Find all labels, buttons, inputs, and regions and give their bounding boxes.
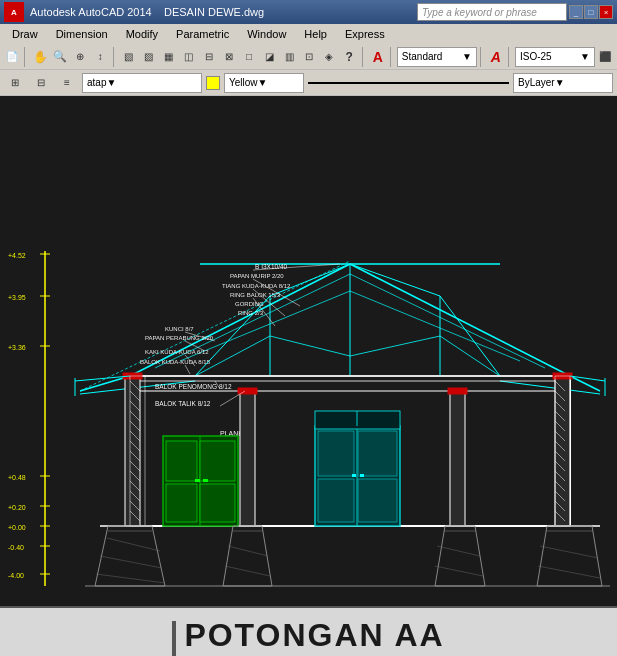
close-button[interactable]: × xyxy=(599,5,613,19)
svg-text:+3.95: +3.95 xyxy=(8,294,26,301)
title-bar-accent xyxy=(172,621,176,656)
layer-bar: ⊞ ⊟ ≡ atap ▼ Yellow ▼ ByLayer ▼ xyxy=(0,70,617,96)
sep2 xyxy=(113,47,117,67)
tb-icon-6[interactable]: ⊠ xyxy=(219,46,238,68)
style-value: Standard xyxy=(402,51,443,62)
tb-icon-4[interactable]: ◫ xyxy=(179,46,198,68)
window-controls: _ □ × xyxy=(569,5,613,19)
menu-parametric[interactable]: Parametric xyxy=(168,26,237,42)
tb-icon-1[interactable]: ▧ xyxy=(119,46,138,68)
svg-rect-100 xyxy=(358,431,397,476)
title-bar: A Autodesk AutoCAD 2014 DESAIN DEWE.dwg … xyxy=(0,0,617,24)
svg-text:RING 2/3: RING 2/3 xyxy=(238,310,264,316)
pan-button[interactable]: ✋ xyxy=(31,46,50,68)
svg-rect-0 xyxy=(0,96,617,606)
svg-text:+3.36: +3.36 xyxy=(8,344,26,351)
linetype-arrow: ▼ xyxy=(555,77,565,88)
svg-rect-98 xyxy=(318,431,354,476)
tb-icon-7[interactable]: □ xyxy=(239,46,258,68)
svg-rect-99 xyxy=(318,479,354,522)
menu-draw[interactable]: Draw xyxy=(4,26,46,42)
svg-text:-4.00: -4.00 xyxy=(8,572,24,579)
help-btn[interactable]: ? xyxy=(340,46,359,68)
svg-text:BALOK TALIK 8/12: BALOK TALIK 8/12 xyxy=(155,400,211,407)
sep5 xyxy=(480,47,484,67)
svg-rect-95 xyxy=(203,479,208,482)
keyword-search[interactable]: Type a keyword or phrase xyxy=(417,3,567,21)
svg-rect-91 xyxy=(166,484,197,522)
svg-rect-55 xyxy=(448,388,467,394)
color-arrow: ▼ xyxy=(258,77,268,88)
svg-text:BALOK KUDA-KUDA 8/15: BALOK KUDA-KUDA 8/15 xyxy=(140,359,211,365)
linetype-bar: ByLayer ▼ xyxy=(308,73,613,93)
title-block: POTONGAN AA SKALA 1 : 100 xyxy=(0,606,617,656)
minimize-button[interactable]: _ xyxy=(569,5,583,19)
menu-dimension[interactable]: Dimension xyxy=(48,26,116,42)
zoom-window-button[interactable]: ⊕ xyxy=(71,46,90,68)
text-icon[interactable]: A xyxy=(486,46,505,68)
svg-rect-105 xyxy=(360,474,364,477)
svg-text:+4.52: +4.52 xyxy=(8,252,26,259)
svg-rect-92 xyxy=(200,441,235,481)
new-button[interactable]: 📄 xyxy=(2,46,21,68)
tb-icon-3[interactable]: ▦ xyxy=(159,46,178,68)
tb-icon-end[interactable]: ⬛ xyxy=(596,46,615,68)
sep4 xyxy=(390,47,394,67)
svg-rect-104 xyxy=(352,474,356,477)
svg-text:PAPAN PERABUNG 2/20: PAPAN PERABUNG 2/20 xyxy=(145,335,214,341)
size-dropdown-arrow: ▼ xyxy=(580,51,590,62)
svg-text:KAKI KUDA-KUDA 6/12: KAKI KUDA-KUDA 6/12 xyxy=(145,349,209,355)
svg-text:RING BALOK 15/3: RING BALOK 15/3 xyxy=(230,292,281,298)
layer-list-btn[interactable]: ≡ xyxy=(56,72,78,94)
app-title: Autodesk AutoCAD 2014 DESAIN DEWE.dwg xyxy=(30,6,264,18)
svg-text:-0.40: -0.40 xyxy=(8,544,24,551)
tb-icon-8[interactable]: ◪ xyxy=(260,46,279,68)
layer-arrow: ▼ xyxy=(106,77,116,88)
linetype-value: ByLayer xyxy=(518,77,555,88)
zoom-button[interactable]: 🔍 xyxy=(51,46,70,68)
tb-icon-11[interactable]: ◈ xyxy=(320,46,339,68)
tb-icon-10[interactable]: ⊡ xyxy=(300,46,319,68)
layer-dropdown[interactable]: atap ▼ xyxy=(82,73,202,93)
cad-drawing: +4.52 +3.95 +3.36 +0.48 +0.20 +0.00 -0.4… xyxy=(0,96,617,606)
svg-text:+0.48: +0.48 xyxy=(8,474,26,481)
svg-text:KUNCI 8/7: KUNCI 8/7 xyxy=(165,326,194,332)
tb-icon-2[interactable]: ▨ xyxy=(139,46,158,68)
svg-text:TIANG KUDA-KUDA 8/12: TIANG KUDA-KUDA 8/12 xyxy=(222,283,291,289)
sep3 xyxy=(362,47,366,67)
title-row: POTONGAN AA SKALA 1 : 100 xyxy=(172,618,444,656)
menu-window[interactable]: Window xyxy=(239,26,294,42)
menu-help[interactable]: Help xyxy=(296,26,335,42)
layer-icon[interactable]: ⊞ xyxy=(4,72,26,94)
drawing-area[interactable]: +4.52 +3.95 +3.36 +0.48 +0.20 +0.00 -0.4… xyxy=(0,96,617,606)
style-dropdown[interactable]: Standard ▼ xyxy=(397,47,477,67)
line-preview xyxy=(308,82,509,84)
svg-text:BALOK PENOMONG 8/12: BALOK PENOMONG 8/12 xyxy=(155,383,232,390)
layer-settings-btn[interactable]: ⊟ xyxy=(30,72,52,94)
color-dropdown[interactable]: Yellow ▼ xyxy=(224,73,304,93)
size-dropdown[interactable]: ISO-25 ▼ xyxy=(515,47,595,67)
title-left: A Autodesk AutoCAD 2014 DESAIN DEWE.dwg xyxy=(4,2,264,22)
dropdown-arrow: ▼ xyxy=(462,51,472,62)
style-icon[interactable]: A xyxy=(368,46,387,68)
color-swatch[interactable] xyxy=(206,76,220,90)
maximize-button[interactable]: □ xyxy=(584,5,598,19)
zoom-realtime-button[interactable]: ↕ xyxy=(91,46,110,68)
size-value: ISO-25 xyxy=(520,51,552,62)
svg-rect-54 xyxy=(238,388,257,394)
sep1 xyxy=(24,47,28,67)
linetype-dropdown[interactable]: ByLayer ▼ xyxy=(513,73,613,93)
keyword-placeholder: Type a keyword or phrase xyxy=(422,7,537,18)
sep6 xyxy=(508,47,512,67)
svg-rect-50 xyxy=(240,391,255,526)
layer-name: atap xyxy=(87,77,106,88)
svg-rect-90 xyxy=(166,441,197,481)
menu-express[interactable]: Express xyxy=(337,26,393,42)
tb-icon-9[interactable]: ▥ xyxy=(280,46,299,68)
tb-icon-5[interactable]: ⊟ xyxy=(199,46,218,68)
drawing-title: POTONGAN AA SKALA 1 : 100 xyxy=(184,618,444,656)
app-name-text: Autodesk AutoCAD 2014 xyxy=(30,6,152,18)
toolbar-row-1: 📄 ✋ 🔍 ⊕ ↕ ▧ ▨ ▦ ◫ ⊟ ⊠ □ ◪ ▥ ⊡ ◈ ? A Stan… xyxy=(0,44,617,70)
menu-bar: Draw Dimension Modify Parametric Window … xyxy=(0,24,617,44)
menu-modify[interactable]: Modify xyxy=(118,26,166,42)
